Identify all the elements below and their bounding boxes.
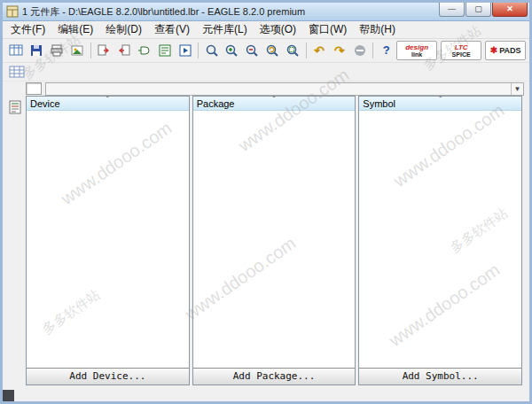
zoom-fit-icon (205, 43, 219, 58)
symbol-panel: Symbol ˆ Add Symbol... (358, 96, 522, 385)
run-ulp-icon (178, 43, 192, 58)
open-library-table-button[interactable] (6, 40, 27, 61)
add-package-button[interactable]: Add Package... (193, 368, 356, 385)
design-link-label-top: design (405, 44, 428, 51)
sort-caret-icon: ˆ (106, 95, 109, 104)
vendor-buttons: design link LTC SPICE ✱ PADS (396, 41, 526, 60)
app-icon (6, 5, 19, 18)
zoom-redraw-button[interactable] (262, 40, 283, 61)
toolbar-separator (198, 43, 199, 58)
zoom-select-icon (286, 43, 300, 58)
zoom-redraw-icon (265, 43, 279, 58)
library-table-icon (9, 43, 23, 58)
save-button[interactable] (27, 40, 47, 61)
edit-symbol-icon (137, 43, 152, 58)
cam-export-icon (70, 43, 84, 58)
design-link-label-bottom: link (411, 51, 422, 58)
table-of-contents-icon (8, 100, 22, 114)
package-panel: Package ˆ Add Package... (192, 96, 356, 385)
zoom-in-icon (224, 43, 239, 58)
device-panel-header[interactable]: Device ˆ (27, 97, 189, 111)
menu-library[interactable]: 元件库(L) (196, 21, 254, 38)
title-bar[interactable]: 1 元件库 - D:\EAGLE 8.2.0\lbr\untitled.lbr … (3, 3, 529, 21)
zoom-select-button[interactable] (283, 40, 303, 61)
run-ulp-button[interactable] (175, 40, 195, 61)
toolbar-separator (306, 43, 307, 58)
sort-caret-icon: ˆ (439, 95, 442, 104)
toolbar-separator (372, 43, 373, 58)
ltspice-button[interactable]: LTC SPICE (441, 41, 481, 60)
menu-bar: 文件(F) 编辑(E) 绘制(D) 查看(V) 元件库(L) 选项(O) 窗口(… (3, 21, 529, 39)
grid-icon (9, 66, 25, 78)
edit-package-icon (117, 43, 131, 58)
stop-icon (355, 45, 365, 56)
symbol-list[interactable] (359, 111, 521, 368)
main-toolbar: ↶ ↷ ? design link LTC SPICE ✱ PADS (3, 39, 529, 63)
edit-symbol-button[interactable] (134, 40, 154, 61)
window-title: 1 元件库 - D:\EAGLE 8.2.0\lbr\untitled.lbr … (22, 5, 438, 19)
save-icon (29, 43, 43, 58)
left-palette (3, 96, 26, 404)
help-icon: ? (383, 44, 390, 57)
toolbar-separator (90, 43, 91, 58)
zoom-fit-button[interactable] (201, 40, 222, 61)
secondary-toolbar (3, 63, 529, 82)
zoom-out-icon (245, 43, 259, 58)
desktop-corner (3, 390, 14, 401)
cam-export-button[interactable] (67, 40, 88, 61)
maximize-button[interactable]: ▢ (466, 3, 491, 17)
menu-file[interactable]: 文件(F) (4, 21, 51, 38)
minimize-button[interactable]: — (439, 3, 465, 17)
close-button[interactable]: ✕ (492, 3, 528, 17)
add-device-button[interactable]: Add Device... (27, 368, 189, 385)
print-button[interactable] (47, 40, 67, 61)
redo-button[interactable]: ↷ (329, 40, 349, 61)
device-header-label: Device (27, 98, 60, 109)
panels-container: Device ˆ Add Device... Package ˆ Add Pac… (26, 96, 529, 404)
menu-view[interactable]: 查看(V) (148, 21, 196, 38)
menu-edit[interactable]: 编辑(E) (51, 21, 99, 38)
package-header-label: Package (193, 98, 235, 109)
mini-input-cell[interactable] (26, 82, 42, 95)
help-button[interactable]: ? (376, 40, 396, 61)
script-button[interactable] (154, 40, 175, 61)
ltspice-logo: LTC (455, 44, 468, 51)
print-icon (50, 43, 64, 58)
design-link-button[interactable]: design link (396, 41, 437, 60)
chevron-down-icon[interactable]: ▼ (511, 83, 523, 95)
menu-window[interactable]: 窗口(W) (302, 21, 353, 38)
pads-logo-icon: ✱ (490, 46, 497, 55)
stop-button[interactable] (349, 40, 370, 61)
device-list[interactable] (27, 111, 189, 368)
table-of-contents-button[interactable] (5, 97, 25, 117)
symbol-panel-header[interactable]: Symbol ˆ (359, 97, 521, 111)
redo-icon: ↷ (334, 44, 345, 57)
script-icon (158, 43, 172, 58)
undo-icon: ↶ (314, 44, 325, 57)
symbol-header-label: Symbol (359, 98, 395, 109)
sort-caret-icon: ˆ (273, 95, 276, 104)
pads-button[interactable]: ✱ PADS (485, 41, 526, 60)
package-list[interactable] (193, 111, 356, 368)
pads-label: PADS (499, 47, 520, 55)
package-panel-header[interactable]: Package ˆ (193, 97, 356, 111)
content-area: Device ˆ Add Device... Package ˆ Add Pac… (3, 96, 529, 404)
eagle-library-window: 1 元件库 - D:\EAGLE 8.2.0\lbr\untitled.lbr … (0, 0, 532, 404)
menu-draw[interactable]: 绘制(D) (99, 21, 148, 38)
add-symbol-button[interactable]: Add Symbol... (359, 368, 521, 385)
undo-button[interactable]: ↶ (309, 40, 330, 61)
edit-device-icon (97, 43, 111, 58)
device-panel: Device ˆ Add Device... (26, 96, 190, 385)
edit-device-button[interactable] (94, 40, 114, 61)
ltspice-label: SPICE (452, 51, 471, 58)
grid-button[interactable] (6, 61, 27, 82)
edit-package-button[interactable] (113, 40, 134, 61)
menu-options[interactable]: 选项(O) (254, 21, 302, 38)
combo-row: ▼ (3, 82, 529, 96)
zoom-in-button[interactable] (222, 40, 242, 61)
zoom-out-button[interactable] (242, 40, 262, 61)
menu-help[interactable]: 帮助(H) (353, 21, 402, 38)
library-dropdown[interactable]: ▼ (45, 82, 524, 96)
